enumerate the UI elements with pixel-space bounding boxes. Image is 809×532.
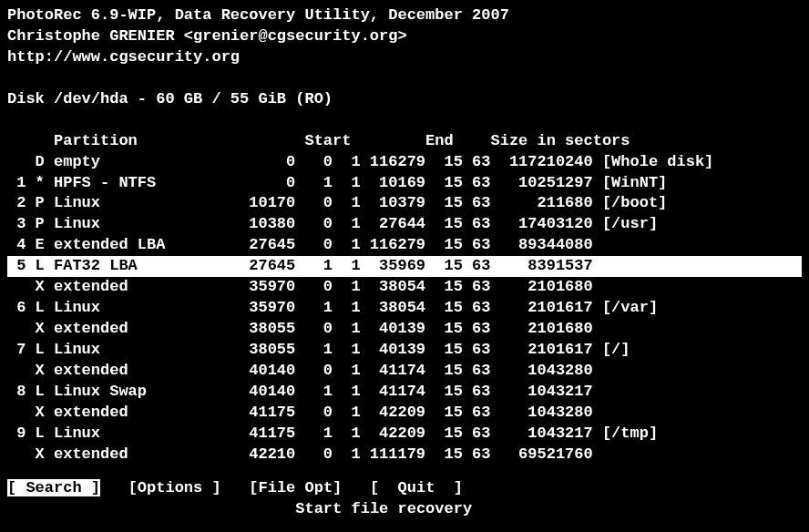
table-row[interactable]: 8 L Linux Swap 40140 1 1 41174 15 63 104… xyxy=(7,382,802,403)
help-text: Start file recovery xyxy=(7,499,802,520)
table-row[interactable]: 3 P Linux 10380 0 1 27644 15 63 17403120… xyxy=(7,214,802,235)
table-row[interactable]: X extended 41175 0 1 42209 15 63 1043280 xyxy=(7,403,802,424)
app-title: PhotoRec 6.9-WIP, Data Recovery Utility,… xyxy=(7,5,802,26)
quit-button[interactable]: [ Quit ] xyxy=(370,479,463,496)
disk-line: Disk /dev/hda - 60 GB / 55 GiB (RO) xyxy=(7,89,802,110)
table-row[interactable]: 7 L Linux 38055 1 1 40139 15 63 2101617 … xyxy=(7,340,802,361)
table-row[interactable]: 1 * HPFS - NTFS 0 1 1 10169 15 63 102512… xyxy=(7,173,802,194)
partition-table: D empty 0 0 1 116279 15 63 117210240 [Wh… xyxy=(7,152,802,466)
menu-bar: [ Search ] [Options ] [File Opt] [ Quit … xyxy=(7,478,802,499)
fileopt-button[interactable]: [File Opt] xyxy=(249,479,342,496)
table-row[interactable]: 5 L FAT32 LBA 27645 1 1 35969 15 63 8391… xyxy=(7,256,802,277)
table-row[interactable]: X extended 40140 0 1 41174 15 63 1043280 xyxy=(7,361,802,382)
table-row[interactable]: D empty 0 0 1 116279 15 63 117210240 [Wh… xyxy=(7,152,802,173)
table-row[interactable]: X extended 42210 0 1 111179 15 63 695217… xyxy=(7,445,802,466)
options-button[interactable]: [Options ] xyxy=(128,479,221,496)
table-row[interactable]: 9 L Linux 41175 1 1 42209 15 63 1043217 … xyxy=(7,424,802,445)
url-line: http://www.cgsecurity.org xyxy=(7,47,802,68)
table-row[interactable]: 4 E extended LBA 27645 0 1 116279 15 63 … xyxy=(7,235,802,256)
columns-header: Partition Start End Size in sectors xyxy=(7,131,802,152)
table-row[interactable]: X extended 38055 0 1 40139 15 63 2101680 xyxy=(7,319,802,340)
author-line: Christophe GRENIER <grenier@cgsecurity.o… xyxy=(7,26,802,47)
table-row[interactable]: 6 L Linux 35970 1 1 38054 15 63 2101617 … xyxy=(7,298,802,319)
table-row[interactable]: 2 P Linux 10170 0 1 10379 15 63 211680 [… xyxy=(7,193,802,214)
table-row[interactable]: X extended 35970 0 1 38054 15 63 2101680 xyxy=(7,277,802,298)
search-button[interactable]: [ Search ] xyxy=(7,479,100,496)
